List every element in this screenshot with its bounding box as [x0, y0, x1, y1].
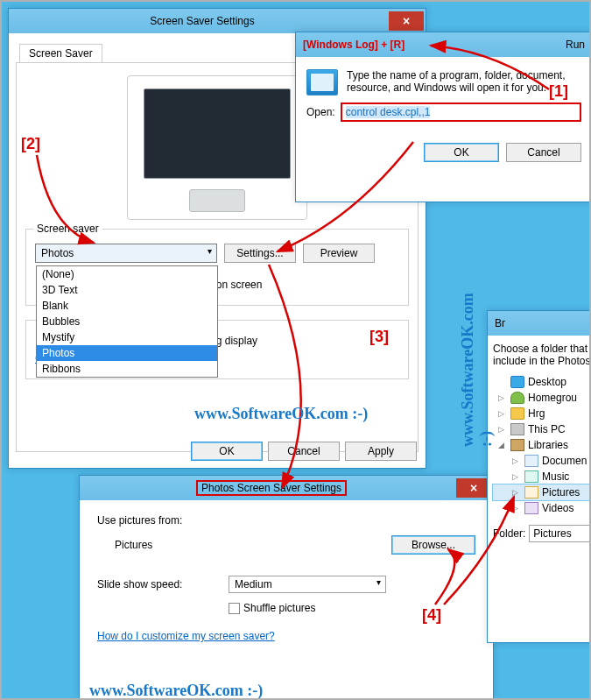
tree-hrg[interactable]: ▷Hrg — [493, 406, 591, 421]
option-blank[interactable]: Blank — [37, 298, 217, 314]
sss-cancel-button[interactable]: Cancel — [268, 442, 340, 461]
psss-title-wrap: Photos Screen Saver Settings — [87, 480, 456, 496]
folder-value: Pictures — [533, 527, 571, 540]
run-buttons: OK Cancel — [303, 127, 585, 162]
homegroup-icon — [510, 392, 524, 404]
pc-icon — [510, 423, 524, 435]
option-3d-text[interactable]: 3D Text — [37, 282, 217, 298]
pictures-icon — [524, 486, 538, 498]
screen-saver-selected: Photos — [41, 247, 74, 259]
option-ribbons[interactable]: Ribbons — [37, 361, 217, 377]
option-none[interactable]: (None) — [37, 266, 217, 282]
tree-libraries[interactable]: ◢Libraries — [493, 437, 591, 453]
run-icon — [306, 69, 338, 95]
sss-close-button[interactable]: × — [389, 11, 424, 31]
preview-button[interactable]: Preview — [303, 244, 375, 263]
tree-videos[interactable]: ▷Videos — [493, 500, 591, 516]
folder-icon — [510, 407, 524, 420]
tree-music[interactable]: ▷Music — [493, 469, 591, 484]
open-label: Open: — [306, 106, 335, 118]
shuffle-checkbox[interactable]: Shuffle pictures — [229, 602, 316, 614]
slide-speed-select[interactable]: Medium — [229, 576, 386, 593]
settings-button[interactable]: Settings... — [224, 244, 296, 263]
desktop-icon — [510, 376, 524, 388]
run-titlebar[interactable]: [Windows Log] + [R] Run — [296, 32, 591, 57]
libraries-icon — [510, 439, 524, 451]
option-photos[interactable]: Photos — [37, 345, 217, 361]
run-message: Type the name of a program, folder, docu… — [347, 69, 581, 95]
browse-folder-window[interactable]: Br Choose a folder that include in the P… — [487, 310, 591, 643]
psss-body: Use pictures from: Pictures Browse... Sl… — [80, 500, 493, 698]
run-body: Type the name of a program, folder, docu… — [296, 57, 591, 202]
browse-button[interactable]: Browse... — [391, 535, 475, 555]
sss-title: Screen Saver Settings — [16, 15, 389, 27]
run-ok-button[interactable]: OK — [424, 143, 499, 162]
legend-screen-saver: Screen saver — [33, 223, 102, 235]
browse-message: Choose a folder that include in the Phot… — [493, 343, 591, 367]
speed-row: Slide show speed: Medium — [97, 576, 475, 593]
slide-speed-value: Medium — [235, 578, 272, 590]
option-bubbles[interactable]: Bubbles — [37, 314, 217, 329]
checkbox-icon — [229, 603, 240, 614]
music-icon — [524, 470, 538, 483]
browse-title: Br — [495, 317, 505, 329]
customize-help-link[interactable]: How do I customize my screen saver? — [97, 630, 275, 642]
open-input[interactable]: control desk.cpl,,1 — [341, 103, 581, 122]
browse-titlebar[interactable]: Br — [488, 311, 591, 336]
psss-close-button[interactable]: × — [456, 478, 491, 498]
sss-buttons: OK Cancel Apply — [191, 442, 417, 461]
slide-speed-label: Slide show speed: — [97, 578, 229, 590]
run-annotation-title: [Windows Log] + [R] — [303, 39, 405, 51]
tree-desktop[interactable]: Desktop — [493, 374, 591, 390]
tab-screen-saver[interactable]: Screen Saver — [19, 44, 102, 62]
monitor-base — [189, 189, 245, 212]
open-input-value: control desk.cpl,,1 — [346, 106, 431, 118]
monitor-preview — [127, 75, 307, 220]
option-mystify[interactable]: Mystify — [37, 329, 217, 345]
sss-titlebar[interactable]: Screen Saver Settings × — [9, 9, 426, 33]
pictures-label: Pictures — [97, 539, 229, 551]
screen-saver-select[interactable]: Photos (None) 3D Text Blank Bubbles Myst… — [35, 244, 217, 263]
pictures-row: Pictures Browse... — [97, 535, 475, 555]
run-cancel-button[interactable]: Cancel — [506, 143, 581, 162]
folder-label: Folder: — [493, 527, 525, 540]
psss-title: Photos Screen Saver Settings — [196, 480, 347, 496]
shuffle-row: Shuffle pictures — [97, 602, 475, 614]
psss-titlebar[interactable]: Photos Screen Saver Settings × — [80, 476, 493, 500]
photos-screen-saver-settings-window[interactable]: Photos Screen Saver Settings × Use pictu… — [79, 475, 494, 699]
sss-ok-button[interactable]: OK — [191, 442, 263, 461]
browse-body: Choose a folder that include in the Phot… — [488, 336, 591, 642]
run-message-row: Type the name of a program, folder, docu… — [303, 64, 585, 97]
use-pictures-label: Use pictures from: — [97, 514, 475, 527]
run-title: Run — [405, 39, 590, 51]
tree-this-pc[interactable]: ▷This PC — [493, 421, 591, 437]
tree-documents[interactable]: ▷Documen — [493, 453, 591, 469]
documents-icon — [524, 455, 538, 467]
tree-homegroup[interactable]: ▷Homegrou — [493, 390, 591, 406]
shuffle-label: Shuffle pictures — [243, 602, 316, 614]
folder-row: Folder: Pictures — [493, 525, 591, 542]
sss-apply-button[interactable]: Apply — [345, 442, 417, 461]
tree-pictures[interactable]: ▷Pictures — [493, 484, 591, 500]
videos-icon — [524, 502, 538, 514]
run-dialog-window[interactable]: [Windows Log] + [R] Run Type the name of… — [295, 32, 591, 202]
monitor-screen — [144, 88, 291, 179]
folder-input[interactable]: Pictures — [529, 525, 591, 542]
fieldset-screen-saver: Screen saver Photos (None) 3D Text Blank… — [25, 229, 409, 306]
run-open-row: Open: control desk.cpl,,1 — [303, 97, 585, 127]
screen-saver-dropdown-list[interactable]: (None) 3D Text Blank Bubbles Mystify Pho… — [36, 265, 218, 378]
